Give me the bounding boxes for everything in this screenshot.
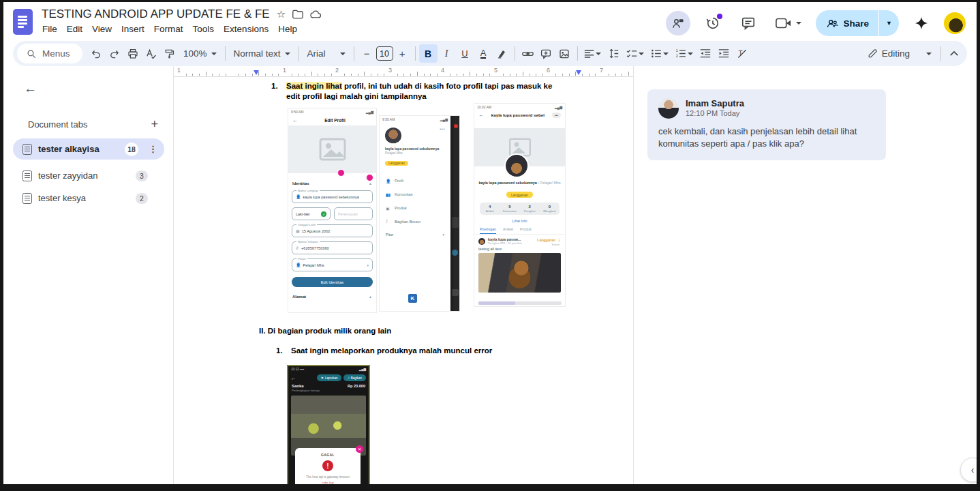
checklist-button[interactable] [623, 44, 647, 63]
search-menus-button[interactable]: Menus [17, 44, 82, 63]
account-avatar[interactable] [944, 12, 966, 34]
drawer-panel: 9:50 AM▂▄▆ ••• kayla lupa password sebel… [380, 116, 450, 311]
ruler[interactable]: 1 1 2 3 4 5 6 7 [174, 66, 633, 77]
indent-marker-right[interactable] [576, 70, 581, 75]
add-tab-button[interactable]: + [151, 118, 158, 130]
more-options-icon: ••• [440, 127, 445, 131]
comments-icon[interactable] [735, 10, 761, 36]
doc-list-item-1[interactable]: 1. Saat ingin lihat profil, ini tuh udah… [271, 81, 566, 102]
sidebar-tab-tester-alkayisa[interactable]: tester alkayisa 18 ⋮ [13, 138, 164, 160]
line-spacing-button[interactable] [604, 44, 623, 63]
version-history-icon[interactable] [700, 10, 726, 36]
tab-count-badge: 2 [136, 193, 148, 204]
pencil-icon [868, 48, 878, 59]
edit-cover-icon [366, 174, 373, 181]
notification-dot [717, 14, 722, 19]
toolbar-wrap: Menus 100% Normal text [3, 41, 977, 66]
clear-formatting-button[interactable]: T [733, 44, 752, 63]
hide-menus-button[interactable] [945, 44, 963, 63]
meet-dropdown-caret[interactable] [796, 22, 801, 25]
zoom-select[interactable]: 100% [179, 44, 221, 63]
paint-format-button[interactable] [160, 44, 179, 63]
phone-status-bar: 10:02 AM▂▄▆ [474, 104, 565, 110]
move-folder-icon[interactable] [292, 10, 303, 19]
tab-label: tester alkayisa [38, 144, 99, 154]
paragraph-style-select[interactable]: Normal text [229, 44, 295, 63]
insert-image-button[interactable] [555, 44, 574, 63]
print-button[interactable] [123, 44, 142, 63]
tab-label: tester zayyidan [38, 170, 97, 181]
tab-options-icon[interactable]: ⋮ [149, 144, 157, 154]
decrease-font-button[interactable]: − [358, 44, 376, 63]
gender-female-field: Perempuan [334, 207, 373, 220]
google-docs-icon[interactable] [13, 9, 33, 35]
screenshot-product-error: 10:12 ▪▪▪▪▂▄▆ ← ⚑Laporkan ⤴Bagikan Sanka… [287, 365, 370, 484]
cloud-status-icon[interactable] [310, 10, 322, 19]
app-header: TESTING ANDROID APP UPDATE FE & FE ☆ Fil… [3, 2, 977, 41]
screenshot-edit-profil: 9:50 AM▂▄▆ ← Edit Profil Identitas▲ [288, 108, 377, 313]
menu-tools[interactable]: Tools [188, 23, 219, 35]
share-dropdown[interactable]: ▼ [878, 10, 899, 36]
menu-format[interactable]: Format [149, 23, 188, 35]
star-icon[interactable]: ☆ [277, 8, 286, 20]
background-fragment [452, 217, 459, 228]
font-size-input[interactable]: 10 [376, 46, 393, 61]
document-title[interactable]: TESTING ANDROID APP UPDATE FE & FE [42, 8, 270, 21]
increase-indent-button[interactable] [715, 44, 733, 63]
drawer-avatar [385, 128, 401, 144]
share-button[interactable]: Share [816, 10, 879, 36]
post-card: kayla lupa passw... Pengikut 989 • 23 ja… [474, 235, 565, 245]
dialog-title: GAGAL [299, 453, 356, 457]
product-meta: Perlengkapan lainnya [292, 389, 320, 392]
redo-button[interactable] [105, 44, 123, 63]
document-canvas: 1 1 2 3 4 5 6 7 1. Saat ingin lihat prof… [173, 66, 634, 484]
increase-font-button[interactable]: + [393, 44, 412, 63]
font-value: Arial [307, 48, 326, 59]
dialog-message: The host api is gateway timeout [299, 475, 356, 479]
back-arrow-icon[interactable]: ← [24, 81, 37, 96]
subscription-badge: Langganan [506, 192, 533, 198]
doc-heading-2[interactable]: II. Di bagian produk milik orang lain [259, 326, 559, 336]
menu-help[interactable]: Help [273, 23, 302, 35]
meet-video-icon[interactable] [771, 10, 806, 36]
notification-dot [454, 124, 458, 128]
numbered-list-button[interactable]: 12 [672, 44, 696, 63]
doc-tab-icon [22, 193, 32, 204]
menu-bar: File Edit View Insert Format Tools Exten… [37, 23, 322, 35]
add-comment-button[interactable] [537, 44, 555, 63]
align-button[interactable] [581, 44, 604, 63]
ruler-number: 6 [547, 67, 550, 74]
background-fragment [452, 289, 459, 296]
background-fragment [452, 250, 458, 256]
menu-insert[interactable]: Insert [117, 23, 149, 35]
tab-label: tester kesya [38, 193, 86, 203]
underline-button[interactable]: U [456, 44, 474, 63]
gemini-sparkle-icon[interactable] [908, 10, 934, 36]
editing-mode-select[interactable]: Editing [862, 48, 937, 59]
insert-link-button[interactable] [519, 44, 537, 63]
bulleted-list-button[interactable] [647, 44, 672, 63]
birthdate-field: Tanggal Lahir ▦15 Agustus 2002 [292, 224, 373, 237]
font-select[interactable]: Arial [303, 44, 350, 63]
menu-extensions[interactable]: Extensions [219, 23, 273, 35]
spell-check-button[interactable] [142, 44, 160, 63]
page[interactable]: 1. Saat ingin lihat profil, ini tuh udah… [174, 78, 633, 484]
error-icon: ! [322, 460, 333, 471]
decrease-indent-button[interactable] [696, 44, 715, 63]
bold-button[interactable]: B [419, 44, 438, 63]
sidebar-tab-tester-kesya[interactable]: tester kesya 2 [13, 188, 164, 209]
comment-card[interactable]: Imam Saputra 12:10 PM Today cek kembali,… [647, 89, 886, 160]
app-logo: K [408, 294, 417, 303]
menu-view[interactable]: View [87, 23, 117, 35]
menu-edit[interactable]: Edit [62, 23, 87, 35]
doc-list-item-2[interactable]: 1. Saat ingin melaporkan produknya malah… [276, 346, 569, 356]
menu-file[interactable]: File [37, 23, 62, 35]
comment-text: cek kembali, dan kasih penjelasan lebih … [658, 125, 875, 150]
highlight-color-button[interactable] [493, 44, 511, 63]
sidebar-tab-tester-zayyidan[interactable]: tester zayyidan 3 [13, 165, 164, 186]
activity-dashboard-icon[interactable] [666, 11, 690, 35]
text-color-button[interactable]: A [474, 44, 493, 63]
italic-button[interactable]: I [438, 44, 456, 63]
section-title: Identitas [292, 181, 309, 185]
undo-button[interactable] [87, 44, 105, 63]
